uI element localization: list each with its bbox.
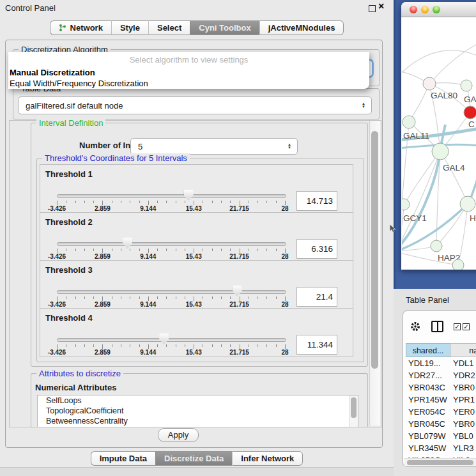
slider-tick: [157, 344, 158, 347]
slider-thumb[interactable]: [233, 286, 242, 296]
slider-tick: [285, 201, 286, 205]
network-node-gal4[interactable]: [432, 143, 449, 160]
tab-select[interactable]: Select: [148, 20, 190, 35]
slider-track[interactable]: [57, 290, 286, 294]
numerical-attributes-list[interactable]: SelfLoopsTopologicalCoefficientBetweenne…: [37, 395, 358, 427]
network-edge[interactable]: [440, 151, 468, 204]
slider-tick: [66, 344, 66, 347]
apply-button[interactable]: Apply: [158, 428, 199, 442]
threshold-value-field[interactable]: 14.713: [296, 191, 337, 211]
tab-network[interactable]: Network: [50, 20, 111, 35]
algorithm-placeholder-option[interactable]: Select algorithm to view settings: [8, 52, 369, 67]
vertical-scrollbar-thumb[interactable]: [371, 131, 378, 369]
slider-tick: [230, 201, 231, 203]
network-node-h[interactable]: [460, 196, 475, 211]
slider-tick: [93, 249, 94, 251]
column-header-shared-name[interactable]: shared...: [406, 343, 450, 357]
network-node-gal80[interactable]: [423, 77, 436, 90]
threshold-value-field[interactable]: 11.344: [296, 335, 337, 355]
cell-name: YDR2: [449, 371, 475, 380]
cell-shared-name: YBR045C: [406, 419, 449, 429]
cell-name: YDL1: [449, 358, 474, 368]
column-header-name[interactable]: name: [450, 343, 476, 357]
network-edge[interactable]: [402, 151, 440, 247]
tab-style[interactable]: Style: [111, 20, 148, 35]
number-of-intervals-value: 5: [131, 142, 288, 151]
table-horizontal-scrollbar[interactable]: [404, 458, 476, 466]
bottom-tab-bar: Impute DataDiscretize DataInfer Network: [0, 451, 394, 466]
numerical-attribute-item-topologicalcoefficient[interactable]: TopologicalCoefficient: [38, 406, 358, 416]
slider-track[interactable]: [57, 194, 286, 198]
slider-tick: [130, 344, 130, 347]
slider-tick: [139, 249, 140, 251]
tab-jactivemnodules[interactable]: jActiveMNodules: [259, 20, 344, 35]
tab-discretize-data[interactable]: Discretize Data: [155, 451, 232, 466]
slider-tick: [194, 201, 194, 205]
slider-thumb[interactable]: [123, 238, 132, 249]
network-canvas[interactable]: GAL80GACGAL11GAL4GCY1HHAP2: [402, 17, 476, 270]
network-node-c[interactable]: [464, 106, 476, 119]
tab-impute-data[interactable]: Impute Data: [91, 451, 155, 466]
tab-cyni-toolbox[interactable]: Cyni Toolbox: [190, 20, 259, 35]
table-rows: YDL19...YDL1YDR27...YDR2YBR043CYBR0YPR14…: [406, 357, 476, 459]
tab-label: Select: [157, 21, 181, 35]
slider-tick: [276, 344, 277, 347]
algorithm-option-equal-width-frequency-discretization[interactable]: Equal Width/Frequency Discretization: [8, 78, 369, 89]
tab-infer-network[interactable]: Infer Network: [232, 451, 303, 466]
number-of-intervals-combobox[interactable]: 5 ▲▼: [130, 138, 298, 155]
network-node-ga[interactable]: [461, 80, 472, 91]
table-header-row: shared... name: [406, 343, 476, 357]
tick-label: 28: [281, 205, 288, 212]
slider-tick: [203, 296, 203, 299]
network-view-window: GAL80GACGAL11GAL4GCY1HHAP2: [401, 2, 476, 270]
table-row[interactable]: YDL19...YDL1: [406, 357, 476, 369]
table-row[interactable]: YDR27...YDR2: [406, 369, 476, 381]
slider-track[interactable]: [57, 338, 286, 342]
slider-track[interactable]: [57, 242, 286, 246]
table-row[interactable]: YLR345WYLR3: [406, 442, 476, 454]
table-panel-title: Table Panel: [406, 295, 449, 305]
checkbox-checked-icon[interactable]: ✓: [454, 323, 461, 330]
checkbox-checked-icon[interactable]: ✓: [463, 323, 470, 330]
network-window-titlebar[interactable]: [401, 2, 476, 17]
network-edge[interactable]: [402, 50, 476, 73]
attributes-scrollbar-thumb[interactable]: [351, 397, 357, 418]
network-node[interactable]: [452, 259, 464, 270]
table-row[interactable]: YBL079WYBL0: [406, 430, 476, 442]
slider-tick: [75, 201, 76, 203]
split-columns-icon[interactable]: [431, 321, 443, 332]
zoom-traffic-light-icon[interactable]: [433, 6, 440, 13]
table-horizontal-scrollbar-thumb[interactable]: [407, 460, 473, 465]
numerical-attribute-item-betweennesscentrality[interactable]: BetweennessCentrality: [38, 416, 358, 426]
table-row[interactable]: YBR043CYBR0: [406, 381, 476, 394]
close-icon[interactable]: ×: [378, 1, 384, 12]
slider-tick: [194, 344, 194, 349]
tick-label: 2.859: [95, 301, 111, 308]
table-row[interactable]: YER054CYER0: [406, 406, 476, 418]
control-panel-window: Control Panel × NetworkStyleSelectCyni T…: [0, 0, 394, 476]
table-row[interactable]: YBR045CYBR0: [406, 418, 476, 430]
tab-label: Network: [70, 21, 103, 35]
slider-tick: [84, 249, 85, 251]
threshold-value-field[interactable]: 21.4: [296, 287, 337, 307]
slider-thumb[interactable]: [159, 334, 169, 344]
threshold-value-field[interactable]: 6.316: [296, 239, 337, 259]
threshold-block-3: Threshold 3-3.4262.8599.14415.4321.71528…: [40, 260, 353, 309]
table-data-combobox[interactable]: galFiltered.sif default node ▲▼: [18, 96, 372, 114]
network-node-gcy1[interactable]: [402, 199, 410, 210]
slider-tick: [148, 201, 149, 205]
slider-tick: [57, 344, 58, 349]
algorithm-option-manual-discretization[interactable]: Manual Discretization: [8, 67, 369, 78]
network-node-gal11[interactable]: [403, 116, 415, 128]
slider-tick: [130, 249, 130, 251]
close-traffic-light-icon[interactable]: [410, 6, 417, 13]
attributes-scrollbar[interactable]: [349, 395, 358, 427]
vertical-scrollbar[interactable]: [369, 121, 380, 426]
slider-thumb[interactable]: [184, 190, 194, 201]
float-window-icon[interactable]: [369, 5, 376, 12]
network-node-hap2[interactable]: [431, 240, 442, 252]
table-row[interactable]: YPR145WYPR1: [406, 394, 476, 406]
minimize-traffic-light-icon[interactable]: [421, 6, 429, 13]
numerical-attribute-item-selfloops[interactable]: SelfLoops: [38, 395, 358, 406]
settings-gear-icon[interactable]: [410, 321, 421, 332]
